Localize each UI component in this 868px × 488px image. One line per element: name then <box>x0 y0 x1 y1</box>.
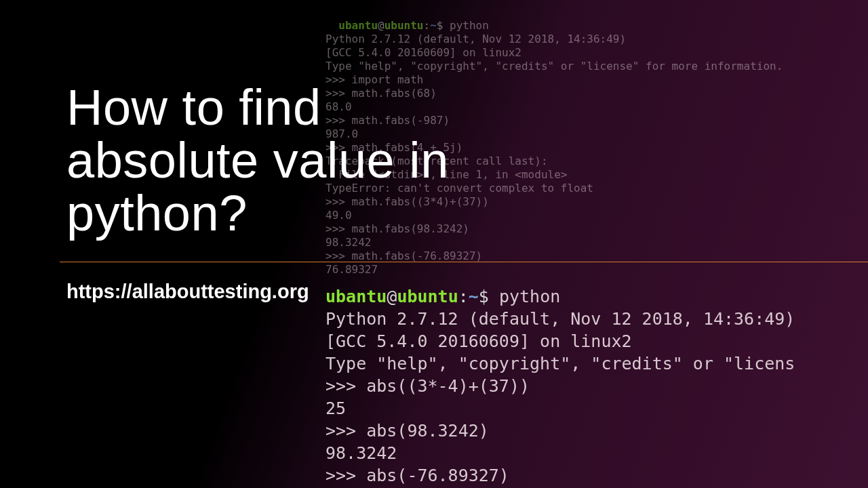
terminal-line: 98.3242 <box>326 443 397 463</box>
terminal-line: >>> math.fabs(-76.89327) <box>326 249 482 262</box>
terminal-line: >>> abs(-76.89327) <box>326 466 509 485</box>
prompt-host: ubuntu <box>397 287 458 306</box>
terminal-line: Python 2.7.12 (default, Nov 12 2018, 14:… <box>326 309 795 329</box>
prompt-user: ubantu <box>326 287 387 306</box>
terminal-line: Python 2.7.12 (default, Nov 12 2018, 14:… <box>326 33 626 45</box>
terminal-line: >>> abs(98.3242) <box>326 421 489 441</box>
terminal-line: [GCC 5.4.0 20160609] on linux2 <box>326 46 521 59</box>
prompt-user: ubantu <box>338 19 378 32</box>
source-url: https://allabouttesting.org <box>66 281 309 303</box>
terminal-line: 25 <box>326 399 346 418</box>
prompt-host: ubuntu <box>384 19 424 32</box>
divider-line <box>60 262 868 262</box>
page-title: How to findabsolute value inpython? <box>66 81 449 240</box>
terminal-line: >>> abs((3*-4)+(37)) <box>326 376 530 396</box>
terminal-line: Type "help", "copyright", "credits" or "… <box>326 354 795 373</box>
terminal-line: [GCC 5.4.0 20160609] on linux2 <box>326 331 632 351</box>
terminal-line: Type "help", "copyright", "credits" or "… <box>326 60 783 73</box>
terminal-output-bottom: ubantu@ubuntu:~$ python Python 2.7.12 (d… <box>326 263 795 488</box>
